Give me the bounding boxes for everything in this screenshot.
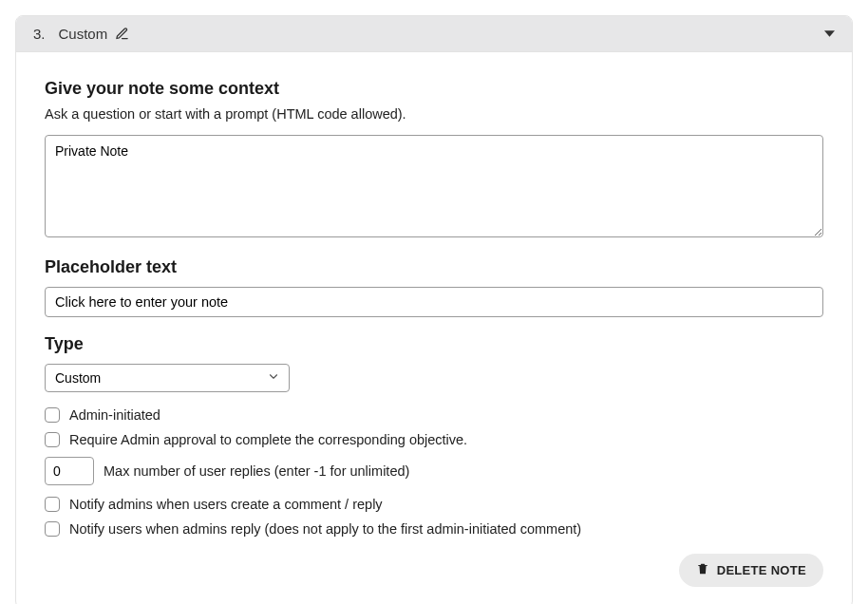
- notify-admins-row: Notify admins when users create a commen…: [45, 497, 823, 512]
- placeholder-heading: Placeholder text: [45, 257, 823, 277]
- notify-admins-checkbox[interactable]: [45, 497, 60, 512]
- admin-initiated-label: Admin-initiated: [69, 407, 160, 423]
- max-replies-row: Max number of user replies (enter -1 for…: [45, 457, 823, 485]
- footer-row: DELETE NOTE: [45, 554, 823, 587]
- panel-title: Custom: [59, 26, 108, 42]
- panel-header[interactable]: 3. Custom: [16, 16, 852, 52]
- max-replies-label: Max number of user replies (enter -1 for…: [104, 463, 409, 479]
- placeholder-input[interactable]: [45, 287, 823, 317]
- notify-users-row: Notify users when admins reply (does not…: [45, 521, 823, 537]
- delete-note-button[interactable]: DELETE NOTE: [679, 554, 823, 587]
- edit-icon[interactable]: [115, 27, 129, 41]
- panel-title-wrap: Custom: [59, 26, 130, 42]
- context-description: Ask a question or start with a prompt (H…: [45, 106, 823, 122]
- notify-admins-label: Notify admins when users create a commen…: [69, 497, 383, 512]
- require-approval-row: Require Admin approval to complete the c…: [45, 432, 823, 447]
- type-select-wrap: Custom: [45, 364, 290, 392]
- panel-number: 3.: [33, 26, 46, 42]
- require-approval-checkbox[interactable]: [45, 432, 60, 447]
- collapse-icon[interactable]: [824, 28, 835, 39]
- context-heading: Give your note some context: [45, 79, 823, 99]
- panel-body: Give your note some context Ask a questi…: [16, 52, 852, 604]
- delete-note-label: DELETE NOTE: [717, 563, 806, 577]
- note-panel: 3. Custom Give your note some context As…: [15, 15, 853, 604]
- admin-initiated-checkbox[interactable]: [45, 407, 60, 423]
- type-select[interactable]: Custom: [45, 364, 290, 392]
- admin-initiated-row: Admin-initiated: [45, 407, 823, 423]
- context-textarea[interactable]: [45, 135, 823, 237]
- trash-icon: [696, 562, 709, 578]
- max-replies-input[interactable]: [45, 457, 94, 485]
- notify-users-checkbox[interactable]: [45, 521, 60, 537]
- require-approval-label: Require Admin approval to complete the c…: [69, 432, 467, 447]
- panel-header-left: 3. Custom: [33, 26, 129, 42]
- type-heading: Type: [45, 334, 823, 354]
- notify-users-label: Notify users when admins reply (does not…: [69, 521, 581, 537]
